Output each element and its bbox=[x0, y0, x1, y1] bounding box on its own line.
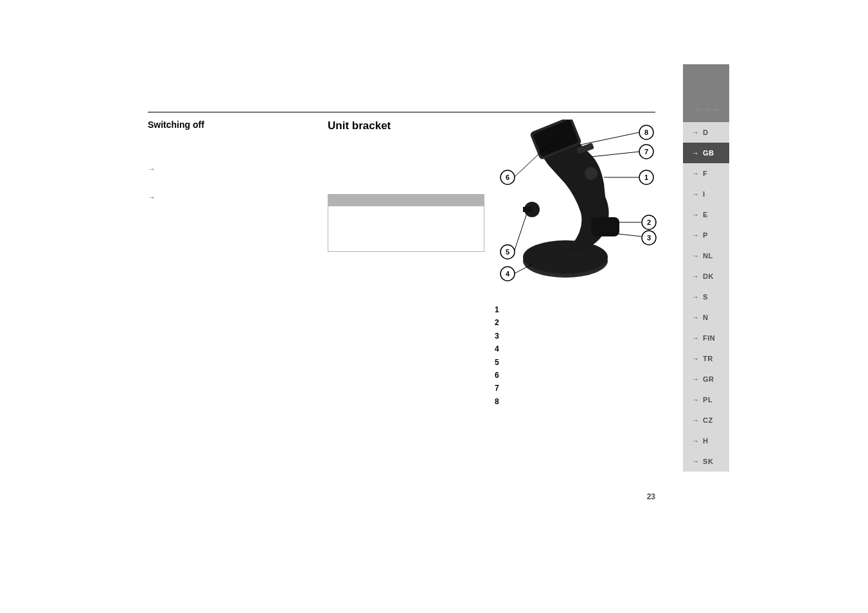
svg-text:2: 2 bbox=[647, 218, 651, 226]
lang-tab-f[interactable]: → F bbox=[683, 163, 729, 184]
arrow-icon: → bbox=[692, 375, 700, 383]
lang-tab-h[interactable]: → H bbox=[683, 431, 729, 451]
header-rule bbox=[148, 112, 655, 112]
lang-tab-n[interactable]: → N bbox=[683, 307, 729, 328]
arrow-icon: → bbox=[692, 211, 700, 218]
svg-line-11 bbox=[578, 132, 639, 145]
lang-tab-cz[interactable]: → CZ bbox=[683, 410, 729, 431]
arrow-icon: → bbox=[692, 314, 700, 321]
heading-unit-bracket: Unit bracket bbox=[328, 120, 488, 132]
legend-number: 5 bbox=[495, 356, 501, 369]
legend-number: 1 bbox=[495, 303, 501, 316]
legend-row: 3 bbox=[495, 330, 662, 342]
svg-rect-4 bbox=[591, 217, 619, 236]
header-tab-block: →→→ bbox=[683, 64, 729, 122]
lang-tab-d[interactable]: → D bbox=[683, 122, 729, 143]
lang-tab-dk[interactable]: → DK bbox=[683, 266, 729, 287]
arrow-icon: → bbox=[692, 293, 700, 301]
legend-number: 8 bbox=[495, 395, 501, 408]
callout-1: 1 bbox=[639, 170, 653, 184]
language-sidebar: → D→ GB→ F→ I→ E→ P→ NL→ DK→ S→ N→ FIN→ … bbox=[683, 122, 729, 472]
legend-number: 3 bbox=[495, 330, 501, 342]
svg-text:8: 8 bbox=[644, 129, 648, 136]
legend-number: 4 bbox=[495, 342, 501, 355]
arrow-icon: → bbox=[692, 231, 700, 239]
lang-tab-gb[interactable]: → GB bbox=[683, 143, 729, 163]
header-arrows-icon: →→→ bbox=[692, 104, 721, 114]
arrow-icon: → bbox=[692, 190, 700, 198]
callout-4: 4 bbox=[500, 267, 515, 281]
lang-tab-gr[interactable]: → GR bbox=[683, 369, 729, 389]
arrow-icon: → bbox=[692, 355, 700, 362]
svg-line-10 bbox=[591, 152, 639, 157]
column-figure: 8 7 1 2 3 bbox=[495, 120, 662, 408]
note-body bbox=[328, 206, 484, 252]
svg-line-13 bbox=[514, 209, 528, 252]
body-text bbox=[148, 138, 308, 161]
list-arrow-icon: → bbox=[148, 193, 308, 202]
legend-row: 5 bbox=[495, 356, 662, 369]
lang-tab-s[interactable]: → S bbox=[683, 287, 729, 307]
legend-row: 2 bbox=[495, 316, 662, 329]
heading-switching-off: Switching off bbox=[148, 120, 308, 130]
legend-row: 6 bbox=[495, 369, 662, 382]
callout-2: 2 bbox=[642, 215, 656, 229]
legend-number: 6 bbox=[495, 369, 501, 382]
svg-text:7: 7 bbox=[644, 148, 648, 155]
note-box bbox=[328, 194, 484, 252]
svg-point-1 bbox=[523, 240, 608, 274]
lang-tab-nl[interactable]: → NL bbox=[683, 245, 729, 266]
note-header-bar bbox=[328, 194, 484, 206]
svg-text:4: 4 bbox=[506, 270, 510, 278]
svg-line-16 bbox=[618, 234, 641, 236]
arrow-icon: → bbox=[692, 396, 700, 404]
legend-number: 2 bbox=[495, 316, 501, 329]
lang-tab-pl[interactable]: → PL bbox=[683, 389, 729, 410]
body-text bbox=[148, 177, 308, 189]
legend-row: 8 bbox=[495, 395, 662, 408]
page-number: 23 bbox=[647, 492, 655, 501]
callout-8: 8 bbox=[639, 125, 653, 139]
svg-text:6: 6 bbox=[506, 173, 509, 181]
body-text bbox=[328, 141, 488, 186]
arrow-icon: → bbox=[692, 416, 700, 424]
arrow-icon: → bbox=[692, 129, 700, 136]
legend-row: 4 bbox=[495, 342, 662, 355]
svg-text:1: 1 bbox=[644, 173, 648, 181]
column-unit-bracket: Unit bracket bbox=[328, 120, 488, 252]
arrow-icon: → bbox=[692, 149, 700, 157]
list-arrow-icon: → bbox=[148, 164, 308, 173]
callout-6: 6 bbox=[500, 170, 515, 184]
arrow-icon: → bbox=[692, 170, 700, 177]
lang-tab-fin[interactable]: → FIN bbox=[683, 328, 729, 348]
lang-tab-tr[interactable]: → TR bbox=[683, 348, 729, 369]
arrow-icon: → bbox=[692, 458, 700, 465]
lang-tab-e[interactable]: → E bbox=[683, 204, 729, 225]
column-switching-off: Switching off → → bbox=[148, 120, 308, 206]
arrow-icon: → bbox=[692, 252, 700, 260]
callout-3: 3 bbox=[642, 231, 656, 245]
legend-row: 1 bbox=[495, 303, 662, 316]
svg-text:5: 5 bbox=[506, 248, 509, 256]
unit-bracket-figure: 8 7 1 2 3 bbox=[495, 120, 662, 293]
figure-legend: 12345678 bbox=[495, 303, 662, 408]
lang-tab-p[interactable]: → P bbox=[683, 225, 729, 245]
arrow-icon: → bbox=[692, 334, 700, 342]
legend-number: 7 bbox=[495, 382, 501, 395]
callout-5: 5 bbox=[500, 245, 515, 259]
svg-text:3: 3 bbox=[647, 234, 651, 242]
arrow-icon: → bbox=[692, 272, 700, 280]
lang-tab-i[interactable]: → I bbox=[683, 184, 729, 204]
svg-point-7 bbox=[585, 167, 598, 180]
legend-row: 7 bbox=[495, 382, 662, 395]
callout-7: 7 bbox=[639, 145, 653, 159]
arrow-icon: → bbox=[692, 437, 700, 445]
lang-tab-sk[interactable]: → SK bbox=[683, 451, 729, 472]
